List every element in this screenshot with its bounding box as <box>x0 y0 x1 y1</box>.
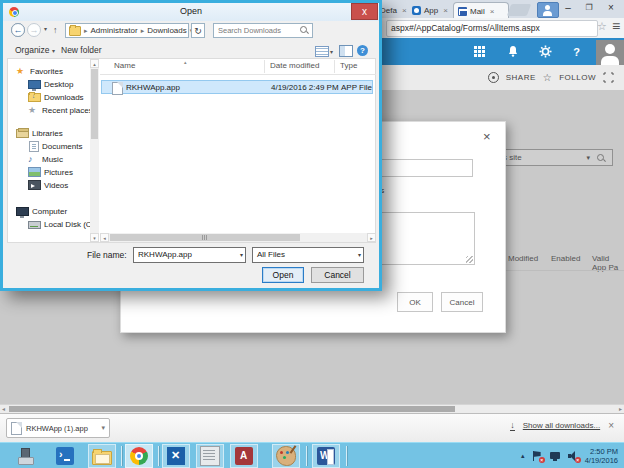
action-center-flag-icon[interactable]: × <box>531 450 543 462</box>
tab-close-icon[interactable]: × <box>490 7 495 16</box>
new-folder-button[interactable]: New folder <box>61 45 102 55</box>
tree-item-downloads[interactable]: Downloads <box>28 91 84 103</box>
follow-button[interactable]: FOLLOW <box>559 73 596 82</box>
tree-item-favorites[interactable]: ★Favorites <box>16 65 63 77</box>
tab-close-icon[interactable]: × <box>402 6 407 15</box>
dialog-close-button[interactable]: x <box>351 3 378 20</box>
tree-item-computer[interactable]: Computer <box>16 205 67 217</box>
taskbar-clock[interactable]: 2:50 PM 4/19/2016 <box>585 447 618 465</box>
new-tab-button[interactable] <box>507 4 531 16</box>
dialog-search-input[interactable]: Search Downloads <box>213 23 313 38</box>
app-launcher-icon[interactable] <box>464 38 495 65</box>
tab-label: Defa <box>380 6 397 15</box>
preview-pane-icon[interactable] <box>339 45 353 57</box>
scroll-left-icon[interactable]: ◂ <box>100 233 109 242</box>
file-explorer-button[interactable] <box>88 444 116 468</box>
column-name[interactable]: Name <box>114 61 135 70</box>
forward-button[interactable]: → <box>27 23 41 37</box>
list-horizontal-scrollbar[interactable]: ◂ ▸ <box>100 233 376 242</box>
browser-profile-button[interactable] <box>537 2 559 18</box>
tree-item-recent-places[interactable]: ★Recent places <box>28 104 93 116</box>
tree-item-pictures[interactable]: Pictures <box>28 166 73 178</box>
refresh-icon[interactable]: ↻ <box>191 23 205 38</box>
column-header-modified[interactable]: Modified <box>508 254 538 263</box>
back-button[interactable]: ← <box>11 23 25 37</box>
network-icon[interactable] <box>549 450 561 462</box>
downloaded-file-button[interactable]: RKHWApp (1).app ▾ <box>6 418 110 438</box>
tree-item-videos[interactable]: Videos <box>28 179 68 191</box>
browser-horizontal-scrollbar[interactable]: ◂ ▸ <box>0 404 624 413</box>
dialog-close-icon[interactable]: × <box>483 129 491 144</box>
download-options-caret-icon[interactable]: ▾ <box>101 424 105 432</box>
search-icon[interactable] <box>597 154 606 163</box>
scroll-down-icon[interactable]: ▾ <box>90 233 99 242</box>
scrollbar-thumb[interactable] <box>9 406 455 412</box>
breadcrumb[interactable]: ▸ Administrator ▸ Downloads ▾ <box>65 23 189 38</box>
file-name-combobox[interactable]: RKHWApp.app ▾ <box>133 247 246 263</box>
server-manager-button[interactable] <box>12 444 40 468</box>
share-button[interactable]: SHARE <box>506 73 536 82</box>
scrollbar-thumb[interactable] <box>91 69 98 139</box>
open-button[interactable]: Open <box>262 267 304 283</box>
cancel-button[interactable]: Cancel <box>441 292 483 312</box>
scroll-right-icon[interactable]: ▸ <box>619 405 622 413</box>
address-bar[interactable]: aspx#/AppCatalog/Forms/AllItems.aspx <box>386 20 598 37</box>
tab-close-icon[interactable]: × <box>443 6 448 15</box>
bookmark-star-icon[interactable]: ☆ <box>597 20 607 33</box>
up-icon[interactable]: ↑ <box>53 25 58 35</box>
tab-app[interactable]: App × <box>408 2 456 18</box>
cancel-button[interactable]: Cancel <box>311 267 364 283</box>
scroll-right-icon[interactable]: ▸ <box>367 233 376 242</box>
show-all-downloads-link[interactable]: Show all downloads... <box>523 421 600 430</box>
window-close-button[interactable]: × <box>601 0 621 16</box>
organize-menu[interactable]: Organize ▾ <box>15 45 55 55</box>
breadcrumb-downloads[interactable]: Downloads <box>147 26 187 35</box>
scroll-left-icon[interactable]: ◂ <box>2 405 5 413</box>
window-maximize-button[interactable]: ❐ <box>579 0 599 16</box>
browser-menu-icon[interactable]: ≡ <box>612 18 620 34</box>
user-avatar[interactable] <box>596 40 624 66</box>
dialog-title-bar[interactable]: Open x <box>3 3 379 21</box>
column-date-modified[interactable]: Date modified <box>270 61 319 70</box>
tree-item-documents[interactable]: Documents <box>28 140 82 152</box>
tray-expand-icon[interactable]: ▴ <box>521 452 525 460</box>
focus-mode-icon[interactable] <box>603 72 614 83</box>
paint-button[interactable] <box>272 444 300 468</box>
tree-scrollbar[interactable]: ▴ ▾ <box>90 59 99 242</box>
bell-icon[interactable] <box>497 38 528 65</box>
view-caret-icon[interactable]: ▾ <box>330 48 333 55</box>
gear-icon[interactable] <box>530 38 561 65</box>
tab-mail[interactable]: Mail × <box>453 2 509 19</box>
window-minimize-button[interactable]: – <box>558 0 578 16</box>
tree-item-desktop[interactable]: Desktop <box>28 78 73 90</box>
shelf-close-icon[interactable]: × <box>608 420 614 431</box>
scroll-up-icon[interactable]: ▴ <box>90 59 99 68</box>
volume-muted-icon[interactable]: × <box>567 450 579 462</box>
combo-caret-icon[interactable]: ▾ <box>358 248 361 262</box>
dialog-buttons-row: Open Cancel <box>3 267 379 284</box>
scrollbar-thumb[interactable] <box>110 234 300 241</box>
desktop: Defa × App × Mail × – ❐ × aspx#/AppCatal… <box>0 0 624 468</box>
word-button[interactable] <box>312 444 340 468</box>
folder-icon <box>69 26 81 36</box>
tree-item-local-disk[interactable]: Local Disk (C:) <box>28 218 96 230</box>
tree-item-music[interactable]: ♪Music <box>28 153 63 165</box>
column-type[interactable]: Type <box>340 61 357 70</box>
help-icon[interactable]: ? <box>357 45 368 56</box>
column-header-enabled[interactable]: Enabled <box>551 254 580 263</box>
access-button[interactable] <box>230 444 258 468</box>
history-caret-icon[interactable]: ▾ <box>44 25 47 32</box>
tree-item-libraries[interactable]: Libraries <box>16 127 63 139</box>
notepad-button[interactable] <box>196 444 224 468</box>
ok-button[interactable]: OK <box>397 292 433 312</box>
file-type-combobox[interactable]: All Files ▾ <box>252 247 364 263</box>
search-scope-caret-icon[interactable]: ▾ <box>586 150 590 166</box>
file-row-selected[interactable]: RKHWApp.app 4/19/2016 2:49 PM APP File <box>101 80 373 94</box>
breadcrumb-administrator[interactable]: Administrator <box>91 26 138 35</box>
powershell-button[interactable] <box>51 444 79 468</box>
view-selector-icon[interactable] <box>315 46 329 57</box>
help-icon[interactable]: ? <box>561 38 592 65</box>
chrome-button[interactable] <box>125 444 153 468</box>
combo-caret-icon[interactable]: ▾ <box>240 248 243 262</box>
admin-tools-button[interactable] <box>162 444 190 468</box>
